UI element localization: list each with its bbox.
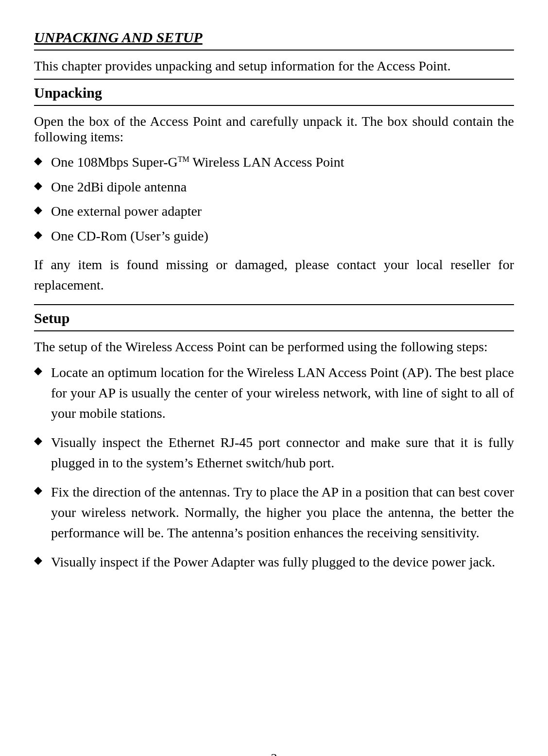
setup-diamond-2: ◆ [34,434,42,447]
page-wrapper: UNPACKING AND SETUP This chapter provide… [34,29,514,756]
setup-intro: The setup of the Wireless Access Point c… [34,339,514,355]
chapter-intro: This chapter provides unpacking and setu… [34,58,514,74]
setup-bottom-rule [34,330,514,331]
list-item: ◆ One CD-Rom (User’s guide) [34,226,514,246]
title-rule [34,50,514,51]
unpacking-list: ◆ One 108Mbps Super-GTM Wireless LAN Acc… [34,153,514,246]
setup-step-3: ◆ Fix the direction of the antennas. Try… [34,482,514,543]
setup-step-1-text: Locate an optimum location for the Wirel… [51,362,514,424]
unpacking-bottom-rule [34,105,514,106]
trademark-sup: TM [178,155,189,163]
setup-step-1: ◆ Locate an optimum location for the Wir… [34,362,514,424]
setup-step-4-text: Visually inspect if the Power Adapter wa… [51,552,514,572]
item-4-text: One CD-Rom (User’s guide) [51,226,514,246]
list-item: ◆ One external power adapter [34,202,514,222]
bullet-diamond-4: ◆ [34,228,42,241]
setup-top-rule [34,304,514,305]
bullet-diamond-3: ◆ [34,204,42,216]
setup-step-4: ◆ Visually inspect if the Power Adapter … [34,552,514,572]
setup-step-3-text: Fix the direction of the antennas. Try t… [51,482,514,543]
setup-step-2: ◆ Visually inspect the Ethernet RJ-45 po… [34,432,514,473]
page-number: 3 [271,751,277,756]
unpacking-top-rule [34,79,514,80]
list-item: ◆ One 2dBi dipole antenna [34,177,514,197]
page-title: UNPACKING AND SETUP [34,29,514,46]
setup-diamond-4: ◆ [34,554,42,567]
bullet-diamond-2: ◆ [34,179,42,192]
setup-diamond-1: ◆ [34,364,42,377]
setup-diamond-3: ◆ [34,484,42,497]
unpacking-heading: Unpacking [34,85,514,101]
setup-step-2-text: Visually inspect the Ethernet RJ-45 port… [51,432,514,473]
unpacking-intro: Open the box of the Access Point and car… [34,114,514,145]
missing-notice: If any item is found missing or damaged,… [34,255,514,295]
setup-heading: Setup [34,310,514,326]
item-3-text: One external power adapter [51,202,514,222]
item-1-text: One 108Mbps Super-GTM Wireless LAN Acces… [51,153,514,172]
setup-steps-list: ◆ Locate an optimum location for the Wir… [34,362,514,572]
item-2-text: One 2dBi dipole antenna [51,177,514,197]
list-item: ◆ One 108Mbps Super-GTM Wireless LAN Acc… [34,153,514,172]
bullet-diamond-1: ◆ [34,155,42,167]
